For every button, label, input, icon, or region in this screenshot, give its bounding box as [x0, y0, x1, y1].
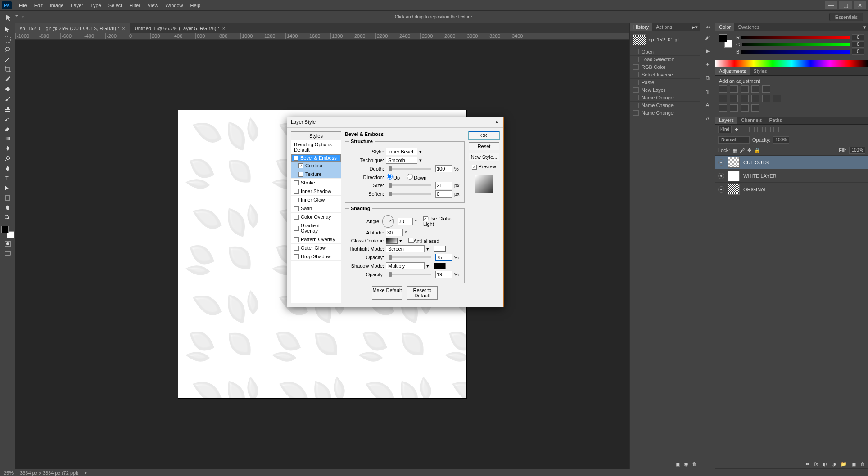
style-inner-glow[interactable]: Inner Glow: [291, 196, 341, 204]
new-layer-icon[interactable]: ▣: [851, 461, 856, 467]
delete-icon[interactable]: 🗑: [860, 461, 865, 467]
lookup-icon[interactable]: [762, 95, 770, 102]
highlight-mode[interactable]: Screen: [386, 245, 425, 252]
window-close[interactable]: ✕: [854, 1, 866, 9]
blend-mode[interactable]: Normal: [718, 136, 750, 144]
highlight-color[interactable]: [434, 246, 446, 252]
menu-type[interactable]: Type: [87, 3, 105, 8]
threshold-icon[interactable]: [730, 104, 738, 112]
tab-layers[interactable]: Layers: [715, 117, 737, 124]
tab-swatches[interactable]: Swatches: [734, 23, 763, 31]
close-icon[interactable]: ✕: [493, 119, 500, 126]
new-snapshot-icon[interactable]: ◉: [684, 461, 688, 468]
tab-styles[interactable]: Styles: [750, 67, 771, 75]
style-satin[interactable]: Satin: [291, 204, 341, 213]
style-select[interactable]: Inner Bevel: [386, 148, 417, 155]
eyedropper-tool-icon[interactable]: [2, 75, 13, 84]
expand-dock-icon[interactable]: ◂◂: [705, 24, 710, 29]
reset-button[interactable]: Reset: [469, 142, 499, 150]
hue-icon[interactable]: [719, 95, 727, 102]
b-slider[interactable]: [741, 50, 850, 54]
hand-tool-icon[interactable]: [2, 203, 13, 212]
anti-aliased[interactable]: Anti-aliased: [408, 238, 439, 244]
history-item[interactable]: Name Change: [630, 94, 700, 102]
bw-icon[interactable]: [730, 95, 738, 102]
move-tool-icon[interactable]: [2, 25, 13, 34]
filter-adj-icon[interactable]: [749, 127, 755, 132]
quickmask-icon[interactable]: [2, 239, 13, 248]
invert-icon[interactable]: [773, 95, 781, 102]
window-maximize[interactable]: ▢: [839, 1, 852, 9]
history-snapshot[interactable]: sp_152_01.gif: [630, 31, 700, 48]
style-blending[interactable]: Blending Options: Default: [291, 140, 341, 154]
ok-button[interactable]: OK: [469, 131, 499, 139]
list-icon[interactable]: ≡: [703, 128, 712, 136]
tab-color[interactable]: Color: [715, 23, 734, 31]
soften-slider[interactable]: [389, 193, 431, 195]
brightness-icon[interactable]: [719, 85, 727, 93]
menu-image[interactable]: Image: [46, 3, 68, 8]
photo-filter-icon[interactable]: [741, 95, 749, 102]
kind-filter[interactable]: Kind: [718, 126, 732, 133]
curves-icon[interactable]: [741, 85, 749, 93]
visibility-icon[interactable]: [718, 173, 724, 179]
history-item[interactable]: Load Selection: [630, 56, 700, 63]
menu-file[interactable]: File: [15, 3, 31, 8]
visibility-icon[interactable]: [718, 186, 724, 193]
exposure-icon[interactable]: [751, 85, 760, 93]
link-icon[interactable]: ⇔: [805, 461, 809, 467]
depth-input[interactable]: 100: [435, 165, 452, 172]
history-item[interactable]: Open: [630, 48, 700, 56]
group-icon[interactable]: 📁: [841, 461, 847, 467]
style-drop-shadow[interactable]: Drop Shadow: [291, 252, 341, 261]
stamp-tool-icon[interactable]: [2, 104, 13, 113]
highlight-opacity-input[interactable]: 75: [435, 254, 452, 261]
sparkle-icon[interactable]: ✦: [703, 60, 712, 68]
play-icon[interactable]: ▶: [703, 47, 712, 55]
vibrance-icon[interactable]: [762, 85, 770, 93]
direction-down[interactable]: Down: [406, 174, 426, 180]
levels-icon[interactable]: [730, 85, 738, 93]
reset-default-button[interactable]: Reset to Default: [407, 286, 438, 300]
b-value[interactable]: 0: [852, 49, 864, 55]
history-item[interactable]: Paste: [630, 79, 700, 86]
filter-pixel-icon[interactable]: [741, 127, 746, 132]
make-default-button[interactable]: Make Default: [372, 286, 402, 300]
chevron-right-icon[interactable]: ▸: [85, 470, 87, 476]
use-global-light[interactable]: ✓Use Global Light: [423, 216, 461, 227]
technique-select[interactable]: Smooth: [386, 157, 417, 164]
filter-type-icon[interactable]: [757, 127, 763, 132]
tab-actions[interactable]: Actions: [652, 23, 676, 31]
lock-pixels-icon[interactable]: 🖌: [740, 148, 745, 153]
doc-info[interactable]: 3334 px x 3334 px (72 ppi): [20, 470, 78, 476]
depth-slider[interactable]: [389, 168, 431, 170]
tab-paths[interactable]: Paths: [766, 117, 786, 124]
selective-color-icon[interactable]: [751, 104, 760, 112]
close-icon[interactable]: ×: [222, 26, 225, 31]
brush-panel-icon[interactable]: 🖌: [703, 33, 712, 41]
fg-bg-swatch[interactable]: [719, 34, 732, 48]
lock-all-icon[interactable]: 🔒: [754, 148, 760, 153]
filter-shape-icon[interactable]: [765, 127, 771, 132]
move-tool-icon[interactable]: [5, 13, 14, 21]
marquee-tool-icon[interactable]: [2, 35, 13, 44]
dodge-tool-icon[interactable]: [2, 154, 13, 163]
lock-trans-icon[interactable]: ▦: [732, 148, 737, 153]
history-item[interactable]: RGB Color: [630, 63, 700, 71]
blur-tool-icon[interactable]: [2, 144, 13, 153]
shadow-color[interactable]: [434, 263, 446, 269]
lasso-tool-icon[interactable]: [2, 45, 13, 54]
glyph-icon[interactable]: A̲: [703, 114, 712, 122]
gradient-tool-icon[interactable]: [2, 134, 13, 143]
tab-history[interactable]: History: [630, 23, 652, 31]
style-inner-shadow[interactable]: Inner Shadow: [291, 187, 341, 196]
history-item[interactable]: Name Change: [630, 109, 700, 117]
menu-view[interactable]: View: [144, 3, 162, 8]
window-minimize[interactable]: —: [825, 1, 837, 9]
history-brush-icon[interactable]: [2, 114, 13, 123]
soften-input[interactable]: 0: [435, 190, 452, 198]
layer-row[interactable]: CUT OUTS: [715, 156, 868, 169]
style-color-overlay[interactable]: Color Overlay: [291, 213, 341, 221]
spectrum-bar[interactable]: [715, 60, 868, 67]
menu-filter[interactable]: Filter: [126, 3, 144, 8]
